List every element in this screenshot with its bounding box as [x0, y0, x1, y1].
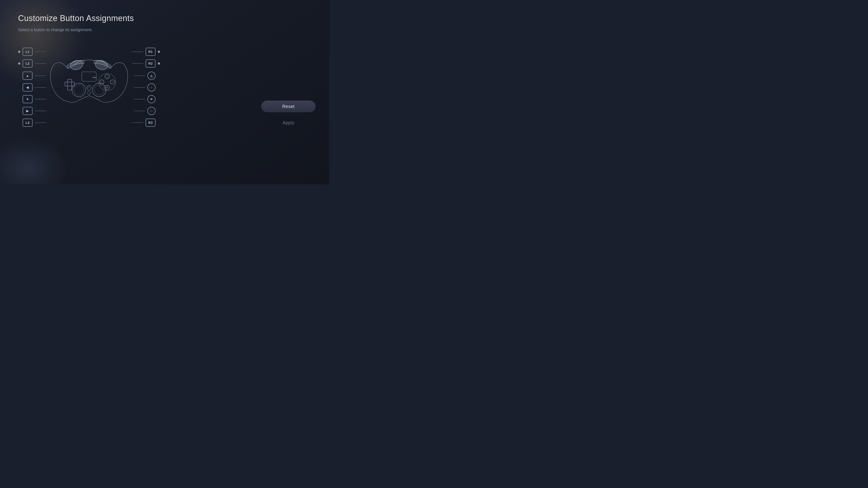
l2-dot: [18, 62, 20, 65]
svg-line-6: [89, 86, 90, 87]
svg-line-5: [88, 86, 89, 87]
l1-line: [35, 52, 46, 52]
left-buttons-panel: L1 L2 ▲ ◀: [18, 43, 46, 129]
r2-button[interactable]: R2: [146, 59, 156, 68]
svg-rect-2: [82, 72, 96, 81]
square-row[interactable]: □: [132, 105, 160, 117]
svg-rect-16: [68, 79, 72, 90]
r3-row[interactable]: R3: [132, 117, 160, 129]
dpad-right-line: [35, 111, 46, 111]
dpad-down-line: [35, 99, 46, 99]
svg-point-11: [95, 77, 96, 78]
svg-point-10: [94, 77, 95, 78]
r2-line: [132, 63, 143, 64]
l2-row[interactable]: L2: [18, 58, 46, 69]
svg-point-8: [88, 91, 91, 94]
l3-row[interactable]: L3: [18, 117, 46, 129]
dpad-up-row[interactable]: ▲: [18, 70, 46, 82]
circle-line: [134, 87, 145, 88]
r1-dot: [158, 51, 160, 53]
triangle-row[interactable]: △: [132, 70, 160, 82]
triangle-button[interactable]: △: [147, 72, 156, 80]
dpad-down-button[interactable]: ▼: [23, 95, 33, 103]
r1-line: [132, 52, 143, 52]
svg-line-7: [89, 87, 90, 88]
svg-text:○: ○: [112, 80, 113, 84]
svg-text:□: □: [101, 80, 102, 84]
controller-diagram: △ ○ ✕ □: [46, 41, 132, 119]
l3-button[interactable]: L3: [23, 119, 33, 127]
dpad-up-button[interactable]: ▲: [23, 72, 33, 80]
svg-text:△: △: [106, 75, 108, 78]
reset-button[interactable]: Reset: [261, 101, 315, 112]
dpad-right-button[interactable]: ▶: [23, 107, 33, 115]
l2-button[interactable]: L2: [23, 59, 33, 68]
actions-panel: Reset Apply: [261, 101, 315, 129]
l1-button[interactable]: L1: [23, 48, 33, 56]
dpad-up-line: [35, 75, 46, 76]
page-title: Customize Button Assignments: [18, 13, 311, 23]
l1-dot: [18, 51, 20, 53]
l1-row[interactable]: L1: [18, 46, 46, 58]
dpad-left-line: [35, 87, 46, 88]
r1-row[interactable]: R1: [132, 46, 160, 58]
triangle-line: [134, 75, 145, 76]
l2-line: [35, 63, 46, 64]
svg-text:✕: ✕: [106, 86, 108, 89]
circle-row[interactable]: ○: [132, 82, 160, 93]
dpad-down-row[interactable]: ▼: [18, 93, 46, 105]
svg-point-12: [72, 83, 86, 97]
r1-button[interactable]: R1: [146, 48, 156, 56]
cross-row[interactable]: ✕: [132, 93, 160, 105]
page-subtitle: Select a button to change its assignment…: [18, 28, 311, 32]
svg-point-13: [74, 85, 84, 95]
svg-rect-17: [65, 82, 74, 86]
r2-row[interactable]: R2: [132, 58, 160, 69]
right-buttons-panel: R1 R2 △ ○: [132, 43, 160, 129]
r3-line: [132, 123, 143, 123]
circle-button[interactable]: ○: [147, 84, 156, 92]
cross-line: [134, 99, 145, 99]
dpad-left-button[interactable]: ◀: [23, 84, 33, 92]
apply-button[interactable]: Apply: [261, 117, 315, 129]
svg-point-9: [93, 77, 94, 78]
r2-dot: [158, 62, 160, 65]
r3-button[interactable]: R3: [146, 119, 156, 127]
dpad-right-row[interactable]: ▶: [18, 105, 46, 117]
l3-line: [35, 123, 46, 123]
square-button[interactable]: □: [147, 107, 156, 115]
cross-button[interactable]: ✕: [147, 95, 156, 103]
dpad-left-row[interactable]: ◀: [18, 82, 46, 93]
svg-point-15: [94, 85, 104, 95]
square-line: [134, 111, 145, 111]
